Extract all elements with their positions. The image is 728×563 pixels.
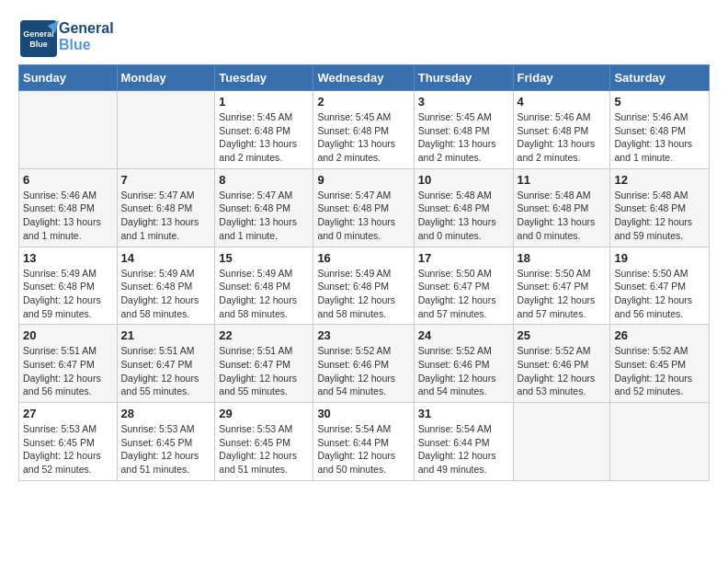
day-number: 16: [317, 251, 409, 265]
day-number: 7: [121, 173, 211, 187]
calendar-cell: 1Sunrise: 5:45 AMSunset: 6:48 PMDaylight…: [215, 91, 313, 169]
calendar-cell: 6Sunrise: 5:46 AMSunset: 6:48 PMDaylight…: [19, 168, 118, 247]
calendar-cell: 15Sunrise: 5:49 AMSunset: 6:48 PMDayligh…: [215, 247, 313, 325]
day-info: Sunrise: 5:53 AMSunset: 6:45 PMDaylight:…: [23, 422, 113, 477]
day-number: 18: [518, 251, 607, 265]
day-info: Sunrise: 5:45 AMSunset: 6:48 PMDaylight:…: [418, 110, 509, 165]
day-header-wednesday: Wednesday: [313, 65, 414, 91]
day-header-saturday: Saturday: [610, 65, 710, 91]
day-info: Sunrise: 5:47 AMSunset: 6:48 PMDaylight:…: [121, 189, 211, 243]
calendar-cell: 29Sunrise: 5:53 AMSunset: 6:45 PMDayligh…: [215, 403, 313, 481]
calendar-cell: 9Sunrise: 5:47 AMSunset: 6:48 PMDaylight…: [313, 168, 414, 247]
calendar-cell: 24Sunrise: 5:52 AMSunset: 6:46 PMDayligh…: [414, 325, 513, 403]
calendar-cell: 7Sunrise: 5:47 AMSunset: 6:48 PMDaylight…: [117, 168, 215, 247]
svg-text:General: General: [23, 29, 54, 39]
day-number: 14: [121, 251, 211, 265]
calendar-cell: 18Sunrise: 5:50 AMSunset: 6:47 PMDayligh…: [513, 247, 610, 325]
logo: General Blue General Blue: [18, 18, 114, 55]
day-number: 30: [317, 407, 409, 420]
day-info: Sunrise: 5:50 AMSunset: 6:47 PMDaylight:…: [614, 267, 705, 321]
calendar-cell: 31Sunrise: 5:54 AMSunset: 6:44 PMDayligh…: [414, 403, 513, 481]
day-number: 8: [219, 173, 309, 187]
calendar-cell: 17Sunrise: 5:50 AMSunset: 6:47 PMDayligh…: [414, 247, 513, 325]
calendar-cell: 20Sunrise: 5:51 AMSunset: 6:47 PMDayligh…: [19, 325, 118, 403]
calendar-cell: 25Sunrise: 5:52 AMSunset: 6:46 PMDayligh…: [513, 325, 610, 403]
day-number: 2: [317, 95, 409, 109]
calendar-table: SundayMondayTuesdayWednesdayThursdayFrid…: [18, 64, 710, 481]
day-header-thursday: Thursday: [414, 65, 513, 91]
calendar-cell: 13Sunrise: 5:49 AMSunset: 6:48 PMDayligh…: [19, 247, 118, 325]
day-number: 22: [219, 328, 309, 342]
day-number: 23: [317, 328, 409, 342]
logo-text1: General: [59, 20, 114, 37]
calendar-week-row: 13Sunrise: 5:49 AMSunset: 6:48 PMDayligh…: [19, 247, 710, 325]
day-number: 5: [614, 95, 705, 109]
calendar-cell: 21Sunrise: 5:51 AMSunset: 6:47 PMDayligh…: [117, 325, 215, 403]
day-number: 20: [23, 328, 113, 342]
calendar-cell: 22Sunrise: 5:51 AMSunset: 6:47 PMDayligh…: [215, 325, 313, 403]
day-number: 6: [23, 173, 113, 187]
day-info: Sunrise: 5:46 AMSunset: 6:48 PMDaylight:…: [23, 189, 113, 243]
day-info: Sunrise: 5:52 AMSunset: 6:46 PMDaylight:…: [418, 344, 509, 398]
page-header: General Blue General Blue: [18, 18, 710, 55]
calendar-cell: 27Sunrise: 5:53 AMSunset: 6:45 PMDayligh…: [19, 403, 118, 481]
day-info: Sunrise: 5:52 AMSunset: 6:46 PMDaylight:…: [317, 344, 409, 398]
calendar-cell: 14Sunrise: 5:49 AMSunset: 6:48 PMDayligh…: [117, 247, 215, 325]
calendar-week-row: 6Sunrise: 5:46 AMSunset: 6:48 PMDaylight…: [19, 168, 710, 247]
day-info: Sunrise: 5:46 AMSunset: 6:48 PMDaylight:…: [518, 110, 607, 165]
day-info: Sunrise: 5:48 AMSunset: 6:48 PMDaylight:…: [418, 189, 509, 243]
day-number: 25: [518, 328, 607, 342]
day-info: Sunrise: 5:47 AMSunset: 6:48 PMDaylight:…: [219, 189, 309, 243]
day-number: 1: [219, 95, 309, 109]
day-number: 11: [518, 173, 607, 187]
day-info: Sunrise: 5:50 AMSunset: 6:47 PMDaylight:…: [418, 267, 509, 321]
day-info: Sunrise: 5:53 AMSunset: 6:45 PMDaylight:…: [219, 422, 309, 477]
calendar-header-row: SundayMondayTuesdayWednesdayThursdayFrid…: [19, 65, 710, 91]
calendar-cell: 10Sunrise: 5:48 AMSunset: 6:48 PMDayligh…: [414, 168, 513, 247]
day-info: Sunrise: 5:52 AMSunset: 6:45 PMDaylight:…: [614, 344, 705, 398]
calendar-cell: 8Sunrise: 5:47 AMSunset: 6:48 PMDaylight…: [215, 168, 313, 247]
calendar-cell: 28Sunrise: 5:53 AMSunset: 6:45 PMDayligh…: [117, 403, 215, 481]
day-info: Sunrise: 5:54 AMSunset: 6:44 PMDaylight:…: [418, 422, 509, 477]
day-number: 29: [219, 407, 309, 420]
day-number: 15: [219, 251, 309, 265]
day-header-monday: Monday: [117, 65, 215, 91]
day-number: 19: [614, 251, 705, 265]
calendar-cell: [513, 403, 610, 481]
svg-text:Blue: Blue: [29, 40, 48, 49]
calendar-cell: [19, 91, 118, 169]
day-number: 27: [23, 407, 113, 420]
calendar-cell: 2Sunrise: 5:45 AMSunset: 6:48 PMDaylight…: [313, 91, 414, 169]
logo-icon: General Blue: [18, 18, 55, 55]
calendar-week-row: 1Sunrise: 5:45 AMSunset: 6:48 PMDaylight…: [19, 91, 710, 169]
calendar-week-row: 27Sunrise: 5:53 AMSunset: 6:45 PMDayligh…: [19, 403, 710, 481]
day-number: 24: [418, 328, 509, 342]
calendar-cell: 16Sunrise: 5:49 AMSunset: 6:48 PMDayligh…: [313, 247, 414, 325]
day-number: 4: [518, 95, 607, 109]
day-info: Sunrise: 5:46 AMSunset: 6:48 PMDaylight:…: [614, 110, 705, 165]
day-header-friday: Friday: [513, 65, 610, 91]
day-info: Sunrise: 5:49 AMSunset: 6:48 PMDaylight:…: [121, 267, 211, 321]
day-info: Sunrise: 5:52 AMSunset: 6:46 PMDaylight:…: [518, 344, 607, 398]
day-info: Sunrise: 5:51 AMSunset: 6:47 PMDaylight:…: [219, 344, 309, 398]
day-number: 10: [418, 173, 509, 187]
day-number: 3: [418, 95, 509, 109]
calendar-cell: 4Sunrise: 5:46 AMSunset: 6:48 PMDaylight…: [513, 91, 610, 169]
calendar-cell: 11Sunrise: 5:48 AMSunset: 6:48 PMDayligh…: [513, 168, 610, 247]
day-info: Sunrise: 5:53 AMSunset: 6:45 PMDaylight:…: [121, 422, 211, 477]
calendar-cell: [610, 403, 710, 481]
day-info: Sunrise: 5:48 AMSunset: 6:48 PMDaylight:…: [614, 189, 705, 243]
logo-text2: Blue: [59, 37, 114, 53]
day-info: Sunrise: 5:45 AMSunset: 6:48 PMDaylight:…: [317, 110, 409, 165]
calendar-cell: 5Sunrise: 5:46 AMSunset: 6:48 PMDaylight…: [610, 91, 710, 169]
day-info: Sunrise: 5:49 AMSunset: 6:48 PMDaylight:…: [23, 267, 113, 321]
day-number: 26: [614, 328, 705, 342]
day-number: 13: [23, 251, 113, 265]
day-number: 17: [418, 251, 509, 265]
day-info: Sunrise: 5:50 AMSunset: 6:47 PMDaylight:…: [518, 267, 607, 321]
calendar-cell: 26Sunrise: 5:52 AMSunset: 6:45 PMDayligh…: [610, 325, 710, 403]
calendar-cell: 12Sunrise: 5:48 AMSunset: 6:48 PMDayligh…: [610, 168, 710, 247]
day-number: 12: [614, 173, 705, 187]
calendar-cell: 3Sunrise: 5:45 AMSunset: 6:48 PMDaylight…: [414, 91, 513, 169]
day-info: Sunrise: 5:49 AMSunset: 6:48 PMDaylight:…: [219, 267, 309, 321]
